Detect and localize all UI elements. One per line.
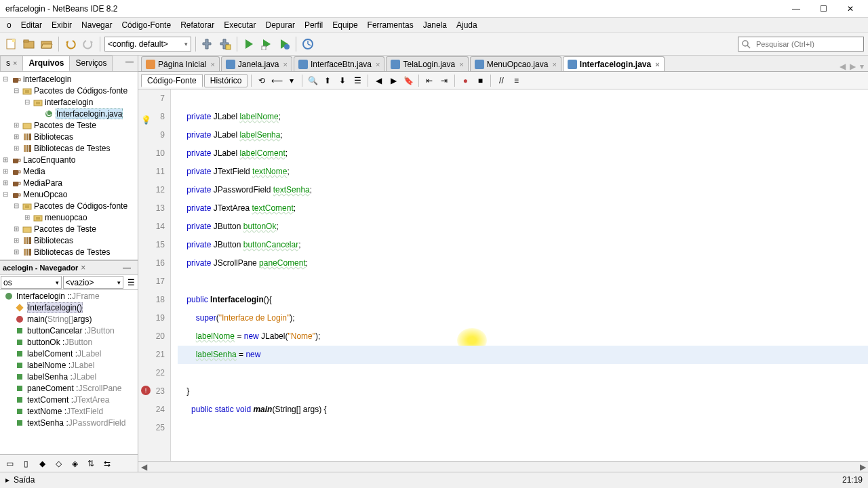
menu-código-fonte[interactable]: Código-Fonte bbox=[117, 19, 175, 31]
run-icon[interactable] bbox=[241, 37, 256, 52]
navigator-item[interactable]: buttonOk : JButton bbox=[0, 336, 138, 348]
profile-icon[interactable] bbox=[277, 37, 292, 52]
et-highlight-icon[interactable]: ☰ bbox=[351, 74, 364, 87]
tree-item[interactable]: ⊟interfacelogin bbox=[0, 73, 138, 85]
tab-next-icon[interactable]: ▶ bbox=[850, 62, 856, 71]
search-input[interactable] bbox=[753, 40, 855, 48]
tree-item[interactable]: ⊞Bibliotecas de Testes bbox=[0, 142, 138, 154]
panel-minimize-icon[interactable]: — bbox=[121, 56, 138, 71]
et-shift-left-icon[interactable]: ⇤ bbox=[422, 74, 436, 87]
navigator-item[interactable]: labelSenha : JLabel bbox=[0, 371, 138, 382]
et-back-icon[interactable]: ⟵ bbox=[270, 74, 283, 87]
debug-icon[interactable] bbox=[259, 37, 274, 52]
source-view-button[interactable]: Código-Fonte bbox=[141, 74, 203, 87]
nav-inherited-icon[interactable]: ▯ bbox=[19, 457, 33, 470]
file-tab[interactable]: InterfaceBtn.java× bbox=[294, 56, 385, 71]
et-find-prev-icon[interactable]: ⬆ bbox=[321, 74, 334, 87]
tree-item[interactable]: ⊞menuopcao bbox=[0, 211, 138, 223]
navigator-item[interactable]: Interfacelogin() bbox=[0, 302, 138, 313]
menu-o[interactable]: o bbox=[3, 19, 16, 31]
menu-depurar[interactable]: Depurar bbox=[262, 19, 299, 31]
menu-executar[interactable]: Executar bbox=[220, 19, 260, 31]
tab-arquivos[interactable]: Arquivos bbox=[22, 56, 70, 71]
redo-icon[interactable] bbox=[81, 37, 96, 52]
menu-editar[interactable]: Editar bbox=[17, 19, 46, 31]
tree-item[interactable]: ⊟interfacelogin bbox=[0, 96, 138, 108]
tab-close-icon[interactable]: × bbox=[376, 60, 380, 68]
menu-janela[interactable]: Janela bbox=[419, 19, 451, 31]
et-comment-icon[interactable]: // bbox=[494, 74, 508, 87]
tree-item[interactable]: ⊟Pacotes de Códigos-fonte bbox=[0, 200, 138, 211]
navigator-item[interactable]: labelNome : JLabel bbox=[0, 359, 138, 371]
tree-item[interactable]: ⊟Pacotes de Códigos-fonte bbox=[0, 85, 138, 96]
scroll-right-icon[interactable]: ▶ bbox=[857, 462, 868, 472]
open-project-icon[interactable] bbox=[39, 37, 54, 52]
tree-item[interactable]: ⊞Bibliotecas bbox=[0, 235, 138, 246]
et-bm-prev-icon[interactable]: ◀ bbox=[372, 74, 385, 87]
navigator-item[interactable]: Interfacelogin :: JFrame bbox=[0, 290, 138, 302]
menu-exibir[interactable]: Exibir bbox=[47, 19, 76, 31]
tab-close-icon[interactable]: × bbox=[552, 60, 556, 68]
tab-close-icon[interactable]: × bbox=[655, 60, 659, 68]
et-macro-rec-icon[interactable]: ● bbox=[458, 74, 472, 87]
tree-item[interactable]: CInterfacelogin.java bbox=[0, 108, 138, 119]
new-project-icon[interactable] bbox=[22, 37, 37, 52]
tree-item[interactable]: ⊞Bibliotecas de Testes bbox=[0, 246, 138, 258]
file-tab[interactable]: MenuOpcao.java× bbox=[470, 56, 561, 71]
nav-alpha-icon[interactable]: ⇅ bbox=[84, 457, 98, 470]
et-find-next-icon[interactable]: ⬇ bbox=[336, 74, 349, 87]
tree-item[interactable]: ⊞LacoEnquanto bbox=[0, 154, 138, 165]
et-find-sel-icon[interactable]: 🔍 bbox=[306, 74, 319, 87]
clean-build-icon[interactable] bbox=[218, 37, 233, 52]
menu-navegar[interactable]: Navegar bbox=[77, 19, 116, 31]
navigator-item[interactable]: textComent : JTextArea bbox=[0, 394, 138, 405]
et-shift-right-icon[interactable]: ⇥ bbox=[437, 74, 451, 87]
navigator-item[interactable]: textSenha : JPasswordField bbox=[0, 417, 138, 428]
line-gutter[interactable]: 7💡8910111213141516171819202122!232425 bbox=[138, 89, 171, 461]
et-uncomment-icon[interactable]: ≡ bbox=[509, 74, 523, 87]
et-last-edit-icon[interactable]: ⟲ bbox=[255, 74, 269, 87]
minimize-button[interactable]: — bbox=[789, 3, 803, 15]
tab-close-icon[interactable]: × bbox=[283, 60, 288, 68]
close-button[interactable]: ✕ bbox=[844, 3, 857, 15]
nav-nonpublic-icon[interactable]: ◈ bbox=[68, 457, 81, 470]
navigator-item[interactable]: labelComent : JLabel bbox=[0, 348, 138, 359]
navigator-item[interactable]: buttonCancelar : JButton bbox=[0, 325, 138, 336]
undo-icon[interactable] bbox=[63, 37, 78, 52]
history-view-button[interactable]: Histórico bbox=[204, 74, 248, 87]
et-macro-stop-icon[interactable]: ■ bbox=[473, 74, 487, 87]
tree-item[interactable]: ⊞Pacotes de Teste bbox=[0, 223, 138, 235]
new-file-icon[interactable] bbox=[4, 37, 19, 52]
menu-ferramentas[interactable]: Ferramentas bbox=[363, 19, 418, 31]
et-bm-next-icon[interactable]: ▶ bbox=[387, 74, 400, 87]
menu-equipe[interactable]: Equipe bbox=[328, 19, 361, 31]
navigator-filter-2[interactable]: <vazio> bbox=[63, 276, 124, 289]
tree-item[interactable]: ⊞MediaPara bbox=[0, 177, 138, 188]
nav-static-icon[interactable]: ◇ bbox=[52, 457, 65, 470]
maximize-button[interactable]: ☐ bbox=[816, 3, 830, 15]
navigator-item[interactable]: textNome : JTextField bbox=[0, 405, 138, 417]
search-box[interactable] bbox=[738, 37, 864, 52]
navigator-tree[interactable]: Interfacelogin :: JFrameInterfacelogin()… bbox=[0, 290, 138, 454]
tree-item[interactable]: ⊞Pacotes de Teste bbox=[0, 119, 138, 131]
scroll-left-icon[interactable]: ◀ bbox=[138, 462, 149, 472]
tab-servicos[interactable]: Serviços bbox=[69, 56, 113, 71]
code-text[interactable]: private JLabel labelNome; private JLabel… bbox=[171, 89, 868, 461]
tab-prev-icon[interactable]: ◀ bbox=[840, 62, 846, 71]
tab-list-icon[interactable]: ▾ bbox=[860, 62, 864, 71]
tree-item[interactable]: ⊟MenuOpcao bbox=[0, 188, 138, 200]
projects-tab-close[interactable]: s bbox=[0, 56, 23, 71]
nav-group-icon[interactable]: ⇆ bbox=[100, 457, 114, 470]
navigator-filter-icon[interactable]: ☰ bbox=[124, 275, 138, 289]
config-combo[interactable]: <config. default> bbox=[104, 37, 191, 52]
output-tab-label[interactable]: Saída bbox=[14, 475, 35, 485]
horizontal-scrollbar[interactable]: ◀ ▶ bbox=[138, 461, 868, 472]
nav-fields-icon[interactable]: ◆ bbox=[35, 457, 49, 470]
build-icon[interactable] bbox=[200, 37, 215, 52]
navigator-filter-1[interactable]: os bbox=[1, 276, 62, 289]
profile-main-icon[interactable] bbox=[300, 37, 315, 52]
et-bm-toggle-icon[interactable]: 🔖 bbox=[401, 74, 415, 87]
file-tab[interactable]: TelaLogin.java× bbox=[386, 56, 468, 71]
navigator-item[interactable]: main(String[] args) bbox=[0, 313, 138, 325]
output-tab-icon[interactable]: ▸ bbox=[5, 475, 9, 485]
